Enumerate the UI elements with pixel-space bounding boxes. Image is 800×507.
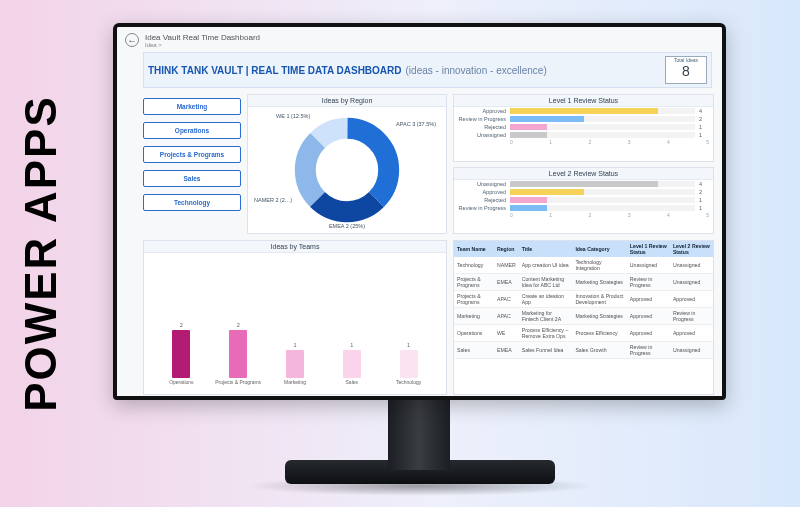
table-cell: Marketing Strategies bbox=[572, 274, 626, 291]
table-cell: Approved bbox=[627, 291, 670, 308]
ideas-by-region-panel: Ideas by Region WE 1 (12.5%) APAC 3 (37.… bbox=[247, 94, 447, 234]
table-cell: Review in Progress bbox=[627, 342, 670, 359]
table-cell: EMEA bbox=[494, 342, 519, 359]
table-cell: Marketing bbox=[454, 308, 494, 325]
review-bar bbox=[510, 108, 658, 114]
filter-projects-programs[interactable]: Projects & Programs bbox=[143, 146, 241, 163]
panel-title: Ideas by Region bbox=[248, 95, 446, 107]
table-header[interactable]: Level 1 Review Status bbox=[627, 241, 670, 257]
table-cell: Technology bbox=[454, 257, 494, 274]
table-cell: App creation UI idea bbox=[519, 257, 573, 274]
monitor-stand-neck bbox=[388, 400, 450, 470]
panel-title: Level 1 Review Status bbox=[454, 95, 713, 107]
review-bar bbox=[510, 116, 584, 122]
team-column: 1Marketing bbox=[272, 342, 319, 392]
table-header[interactable]: Region bbox=[494, 241, 519, 257]
team-column: 1Sales bbox=[328, 342, 375, 392]
table-row[interactable]: OperationsWEProcess Efficiency – Remove … bbox=[454, 325, 713, 342]
window-title: Idea Vault Real Time Dashboard bbox=[145, 33, 260, 42]
table-row[interactable]: SalesEMEASales Funnel IdeaSales GrowthRe… bbox=[454, 342, 713, 359]
title-bar: ← Idea Vault Real Time Dashboard Idea > bbox=[117, 27, 722, 48]
table-header[interactable]: Title bbox=[519, 241, 573, 257]
donut-label-we: WE 1 (12.5%) bbox=[276, 113, 310, 119]
team-bar bbox=[172, 330, 190, 378]
team-category: Technology bbox=[396, 380, 421, 392]
donut-label-emea: EMEA 2 (25%) bbox=[248, 223, 446, 229]
review-bar bbox=[510, 197, 547, 203]
table-cell: APAC bbox=[494, 308, 519, 325]
filter-column: MarketingOperationsProjects & ProgramsSa… bbox=[143, 94, 241, 234]
table-cell: Approved bbox=[670, 291, 713, 308]
level2-review-panel: Level 2 Review Status Unassigned4Approve… bbox=[453, 167, 714, 235]
review-row: Review in Progress2 bbox=[454, 115, 713, 123]
table-cell: Unassigned bbox=[627, 257, 670, 274]
donut-label-apac: APAC 3 (37.5%) bbox=[396, 121, 436, 127]
ideas-table-panel: Team NameRegionTitleIdea CategoryLevel 1… bbox=[453, 240, 714, 395]
review-row: Approved2 bbox=[454, 188, 713, 196]
review-bar bbox=[510, 205, 547, 211]
table-cell: Projects & Programs bbox=[454, 274, 494, 291]
review-row: Unassigned1 bbox=[454, 131, 713, 139]
team-category: Projects & Programs bbox=[215, 380, 261, 392]
table-header[interactable]: Idea Category bbox=[572, 241, 626, 257]
review-value: 1 bbox=[699, 205, 709, 211]
team-value: 1 bbox=[407, 342, 410, 348]
filter-operations[interactable]: Operations bbox=[143, 122, 241, 139]
filter-technology[interactable]: Technology bbox=[143, 194, 241, 211]
monitor-frame: ← Idea Vault Real Time Dashboard Idea > … bbox=[113, 23, 726, 400]
table-row[interactable]: Projects & ProgramsEMEAContent Marketing… bbox=[454, 274, 713, 291]
filter-marketing[interactable]: Marketing bbox=[143, 98, 241, 115]
table-cell: Marketing for Fintech Client 2A bbox=[519, 308, 573, 325]
table-cell: EMEA bbox=[494, 274, 519, 291]
team-value: 2 bbox=[237, 322, 240, 328]
review-value: 2 bbox=[699, 189, 709, 195]
table-cell: Approved bbox=[627, 325, 670, 342]
table-cell: Unassigned bbox=[670, 257, 713, 274]
team-category: Sales bbox=[346, 380, 359, 392]
table-cell: Sales Growth bbox=[572, 342, 626, 359]
screen: ← Idea Vault Real Time Dashboard Idea > … bbox=[117, 27, 722, 396]
review-label: Approved bbox=[458, 108, 506, 114]
team-category: Operations bbox=[169, 380, 193, 392]
review-label: Rejected bbox=[458, 197, 506, 203]
table-header[interactable]: Level 2 Review Status bbox=[670, 241, 713, 257]
review-row: Rejected1 bbox=[454, 123, 713, 131]
table-cell: Operations bbox=[454, 325, 494, 342]
table-row[interactable]: MarketingAPACMarketing for Fintech Clien… bbox=[454, 308, 713, 325]
breadcrumb[interactable]: Idea > bbox=[145, 42, 260, 48]
table-cell: Content Marketing Idea for ABC Ltd bbox=[519, 274, 573, 291]
table-cell: Process Efficiency – Remove Extra Ops bbox=[519, 325, 573, 342]
review-bar bbox=[510, 124, 547, 130]
panel-title: Level 2 Review Status bbox=[454, 168, 713, 180]
table-cell: Sales bbox=[454, 342, 494, 359]
review-value: 1 bbox=[699, 132, 709, 138]
table-cell: Review in Progress bbox=[627, 274, 670, 291]
table-row[interactable]: TechnologyNAMERApp creation UI ideaTechn… bbox=[454, 257, 713, 274]
table-cell: APAC bbox=[494, 291, 519, 308]
team-bar bbox=[286, 350, 304, 378]
team-column: 1Technology bbox=[385, 342, 432, 392]
panel-title: Ideas by Teams bbox=[144, 241, 446, 253]
table-cell: Unassigned bbox=[670, 342, 713, 359]
team-bar bbox=[400, 350, 418, 378]
table-cell: Projects & Programs bbox=[454, 291, 494, 308]
filter-sales[interactable]: Sales bbox=[143, 170, 241, 187]
review-label: Review in Progress bbox=[458, 116, 506, 122]
banner-title: THINK TANK VAULT | REAL TIME DATA DASHBO… bbox=[148, 65, 402, 76]
table-header[interactable]: Team Name bbox=[454, 241, 494, 257]
team-value: 2 bbox=[180, 322, 183, 328]
total-ideas-value: 8 bbox=[666, 63, 706, 79]
level1-review-panel: Level 1 Review Status Approved4Review in… bbox=[453, 94, 714, 162]
back-button[interactable]: ← bbox=[125, 33, 139, 47]
review-row: Rejected1 bbox=[454, 196, 713, 204]
table-cell: Technology Integration bbox=[572, 257, 626, 274]
review-value: 1 bbox=[699, 197, 709, 203]
team-bar bbox=[343, 350, 361, 378]
table-cell: Process Efficiency bbox=[572, 325, 626, 342]
review-label: Rejected bbox=[458, 124, 506, 130]
table-cell: Marketing Strategies bbox=[572, 308, 626, 325]
table-row[interactable]: Projects & ProgramsAPACCreate an ideatio… bbox=[454, 291, 713, 308]
table-cell: WE bbox=[494, 325, 519, 342]
review-row: Unassigned4 bbox=[454, 180, 713, 188]
team-column: 2Operations bbox=[158, 322, 205, 392]
